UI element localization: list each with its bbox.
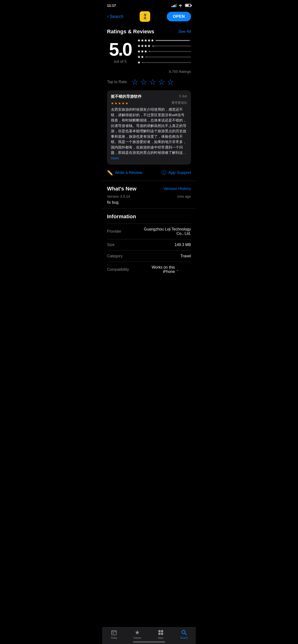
app-icon: 导边 (140, 11, 150, 22)
rating-bars: ★★★★★ ★★★★ ★★★ ★★ ★ (137, 38, 191, 66)
help-icon: ⓘ (162, 170, 166, 176)
write-review-link[interactable]: ✏️ Write a Review (107, 170, 142, 176)
rate-star-2[interactable]: ☆ (140, 78, 147, 86)
see-all-link[interactable]: See All (178, 29, 191, 34)
whats-new-header: What's New Version History (107, 186, 191, 192)
back-label: Search (110, 14, 123, 19)
status-icons (172, 4, 191, 7)
rate-star-4[interactable]: ☆ (158, 78, 165, 86)
tap-to-rate-row: Tap to Rate: ☆ ☆ ☆ ☆ ☆ (107, 78, 191, 86)
size-label: Size (107, 243, 114, 247)
info-row-category: Category Travel (107, 250, 191, 262)
review-header: 挺不错的导游软件 3 Jun (111, 94, 187, 99)
big-rating: 5.0 out of 5 (107, 40, 133, 64)
version-row: Version 3.5.14 1mo ago (107, 194, 191, 198)
bar-row-4: ★★★★ (137, 44, 191, 48)
big-rating-number: 5.0 (107, 40, 133, 58)
version-number: Version 3.5.14 (107, 194, 130, 198)
signal-icon (172, 4, 177, 7)
review-date: 3 Jun (179, 94, 187, 98)
rate-star-1[interactable]: ☆ (131, 78, 138, 86)
bar-row-2: ★★ (137, 54, 191, 59)
open-button[interactable]: OPEN (167, 12, 191, 21)
info-row-compatibility[interactable]: Compatibility Works on this iPhone ⌄ (107, 262, 191, 277)
write-review-label: Write a Review (115, 170, 142, 175)
review-author: 蜜枣爱波比 (172, 100, 187, 105)
stars-2: ★★ (137, 54, 144, 59)
info-row-provider: Provider Guangzhou Lvji Technology Co., … (107, 224, 191, 239)
stars-4: ★★★★ (137, 44, 151, 48)
review-title: 挺不错的导游软件 (111, 94, 141, 99)
rate-star-3[interactable]: ☆ (149, 78, 156, 86)
provider-value: Guangzhou Lvji Technology Co., Ltd. (140, 227, 191, 236)
bar-row-5: ★★★★★ (137, 38, 191, 43)
compatibility-value: Works on this iPhone (151, 265, 175, 274)
version-history-link[interactable]: Version History (164, 186, 191, 191)
edit-icon: ✏️ (107, 170, 113, 176)
whats-new-section: What's New Version History Version 3.5.1… (102, 181, 196, 209)
compatibility-label: Compatibility (107, 268, 129, 272)
information-title: Information (107, 214, 191, 220)
app-support-label: App Support (168, 170, 191, 175)
ratings-header: Ratings & Reviews See All (107, 28, 191, 35)
tap-to-rate-label: Tap to Rate: (107, 80, 128, 84)
battery-icon (185, 4, 191, 7)
chevron-down-icon: ⌄ (176, 268, 179, 272)
action-row: ✏️ Write a Review ⓘ App Support (107, 168, 191, 177)
rate-star-5[interactable]: ☆ (167, 78, 174, 86)
wifi-icon (178, 4, 183, 7)
ratings-row: 5.0 out of 5 ★★★★★ ★★★★ ★★★ ★★ (107, 38, 191, 66)
review-star-4: ★ (122, 101, 125, 105)
review-stars: ★ ★ ★ ★ ★ (111, 101, 128, 105)
review-star-2: ★ (114, 101, 117, 105)
stars-3: ★★★ (137, 49, 147, 54)
provider-label: Provider (107, 229, 121, 234)
size-value: 149.3 MB (175, 243, 191, 247)
back-button[interactable]: ‹ Search (107, 14, 123, 19)
out-of-label: out of 5 (107, 60, 133, 64)
bar-row-3: ★★★ (137, 49, 191, 54)
version-ago: 1mo ago (177, 194, 191, 198)
review-card: 挺不错的导游软件 3 Jun ★ ★ ★ ★ ★ 蜜枣爱波比 去西安旅游的时候朋… (107, 90, 191, 164)
ratings-reviews-section: Ratings & Reviews See All 5.0 out of 5 ★… (102, 25, 196, 181)
review-body: 去西安旅游的时候朋友介绍使用的，感觉还不错，讲解得挺好的，不过景区里面没有wif… (111, 107, 187, 161)
status-time: 11:17 (107, 3, 116, 8)
ratings-title: Ratings & Reviews (107, 28, 154, 35)
changelog-text: fix bug. (107, 200, 191, 204)
whats-new-title: What's New (107, 186, 136, 192)
category-value: Travel (181, 254, 191, 258)
review-star-1: ★ (111, 101, 114, 105)
review-star-5: ★ (125, 101, 128, 105)
review-more-link[interactable]: more (111, 156, 119, 160)
bar-row-1: ★ (137, 60, 191, 65)
stars-1: ★ (137, 60, 140, 65)
stars-5: ★★★★★ (137, 38, 154, 43)
app-support-link[interactable]: ⓘ App Support (162, 170, 191, 176)
review-star-3: ★ (118, 101, 121, 105)
status-bar: 11:17 (102, 0, 196, 9)
nav-bar: ‹ Search 导边 OPEN (102, 9, 196, 25)
info-row-size: Size 149.3 MB (107, 239, 191, 250)
category-label: Category (107, 254, 123, 258)
rate-stars[interactable]: ☆ ☆ ☆ ☆ ☆ (131, 78, 174, 86)
chevron-left-icon: ‹ (107, 14, 109, 19)
ratings-count: 9,755 Ratings (107, 70, 191, 74)
compatibility-value-row[interactable]: Works on this iPhone ⌄ (151, 265, 191, 274)
information-section: Information Provider Guangzhou Lvji Tech… (102, 209, 196, 277)
